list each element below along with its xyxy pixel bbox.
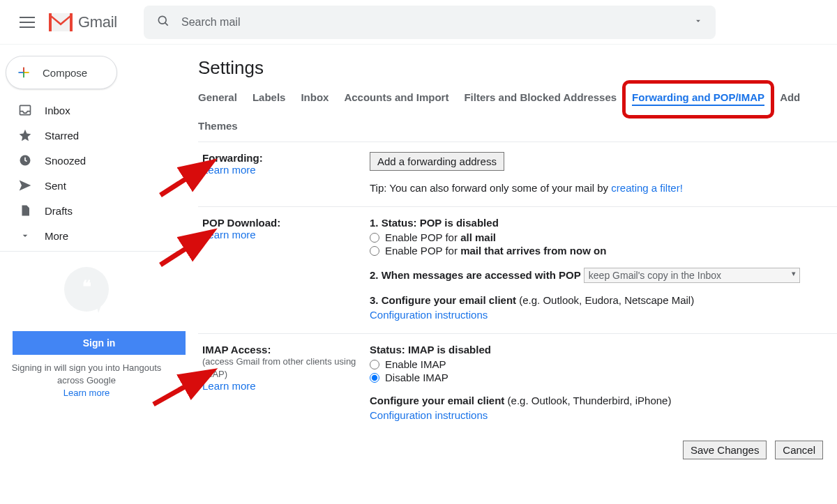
hangouts-text-line1: Signing in will sign you into Hangouts bbox=[12, 362, 162, 373]
cancel-button[interactable]: Cancel bbox=[775, 441, 823, 459]
app-header: Gmail bbox=[0, 0, 837, 45]
search-options-dropdown-icon[interactable] bbox=[686, 9, 710, 35]
imap-title: IMAP Access: bbox=[202, 344, 370, 356]
svg-rect-7 bbox=[19, 72, 23, 73]
compose-label: Compose bbox=[43, 67, 87, 79]
chevron-down-icon bbox=[18, 229, 32, 243]
imap-disable-radio[interactable] bbox=[370, 373, 379, 383]
sidebar-item-inbox[interactable]: Inbox bbox=[0, 98, 179, 123]
forwarding-learn-more-link[interactable]: Learn more bbox=[202, 164, 256, 176]
clock-icon bbox=[18, 153, 32, 167]
pop-configuration-instructions-link[interactable]: Configuration instructions bbox=[370, 309, 488, 321]
tab-accounts-import[interactable]: Accounts and Import bbox=[344, 91, 448, 105]
hangouts-description: Signing in will sign you into Hangouts a… bbox=[4, 362, 169, 400]
imap-enable-option[interactable]: Enable IMAP bbox=[370, 358, 827, 370]
pop-enable-new-mail-radio[interactable] bbox=[370, 246, 379, 256]
pop-status: 1. Status: POP is disabled bbox=[370, 217, 827, 229]
tab-general[interactable]: General bbox=[198, 91, 237, 105]
pop-status-prefix: 1. Status: bbox=[370, 217, 420, 229]
gmail-logo[interactable]: Gmail bbox=[43, 13, 130, 31]
sidebar-item-starred[interactable]: Starred bbox=[0, 123, 179, 148]
pop-action-select[interactable]: keep Gmail's copy in the Inbox bbox=[584, 268, 800, 283]
hangouts-icon: ❝ bbox=[64, 267, 109, 312]
sidebar-item-label: Snoozed bbox=[45, 155, 86, 167]
pop-enable-all-mail-radio[interactable] bbox=[370, 233, 379, 243]
pop-enable-new-mail-option[interactable]: Enable POP for mail that arrives from no… bbox=[370, 245, 827, 257]
pop-opt2-bold: mail that arrives from now on bbox=[460, 245, 606, 257]
svg-point-4 bbox=[158, 16, 166, 24]
imap-enable-radio[interactable] bbox=[370, 360, 379, 369]
left-sidebar: Compose Inbox Starred Snoozed Sent Draft… bbox=[0, 45, 179, 504]
imap-status-value: IMAP is disabled bbox=[408, 344, 491, 356]
sidebar-item-label: Inbox bbox=[45, 105, 70, 116]
pop-status-value: POP is disabled bbox=[420, 217, 499, 229]
add-forwarding-address-button[interactable]: Add a forwarding address bbox=[370, 152, 504, 171]
imap-subtitle: (access Gmail from other clients using I… bbox=[202, 356, 370, 380]
tab-themes[interactable]: Themes bbox=[198, 120, 837, 132]
search-icon[interactable] bbox=[149, 7, 177, 37]
imap-enable-label: Enable IMAP bbox=[385, 358, 446, 370]
settings-tabs: General Labels Inbox Accounts and Import… bbox=[198, 91, 837, 142]
svg-rect-0 bbox=[49, 13, 73, 31]
forwarding-title: Forwarding: bbox=[202, 152, 370, 164]
drafts-icon bbox=[18, 204, 32, 217]
tab-labels[interactable]: Labels bbox=[252, 91, 286, 105]
pop-opt1-bold: all mail bbox=[460, 231, 496, 243]
imap-status: Status: IMAP is disabled bbox=[370, 344, 827, 356]
main-menu-button[interactable] bbox=[11, 13, 43, 31]
search-bar[interactable] bbox=[144, 6, 716, 39]
app-name-text: Gmail bbox=[78, 13, 117, 31]
sidebar-item-drafts[interactable]: Drafts bbox=[0, 198, 179, 223]
imap-configure-prefix: Configure your email client bbox=[370, 395, 508, 406]
inbox-icon bbox=[18, 103, 32, 117]
settings-footer-buttons: Save Changes Cancel bbox=[198, 434, 837, 466]
save-changes-button[interactable]: Save Changes bbox=[683, 441, 767, 459]
section-imap-access: IMAP Access: (access Gmail from other cl… bbox=[198, 334, 837, 434]
imap-configure-client: Configure your email client (e.g. Outloo… bbox=[370, 395, 827, 406]
pop-configure-client: 3. Configure your email client (e.g. Out… bbox=[370, 294, 827, 306]
star-icon bbox=[18, 128, 32, 142]
imap-disable-option[interactable]: Disable IMAP bbox=[370, 372, 827, 383]
sidebar-item-label: Drafts bbox=[45, 205, 73, 217]
pop-learn-more-link[interactable]: Learn more bbox=[202, 229, 256, 240]
imap-configure-example: (e.g. Outlook, Thunderbird, iPhone) bbox=[508, 395, 672, 406]
pop-opt2-text: Enable POP for bbox=[385, 245, 460, 257]
imap-learn-more-link[interactable]: Learn more bbox=[202, 380, 256, 392]
sidebar-item-label: More bbox=[45, 230, 68, 242]
pop-title: POP Download: bbox=[202, 217, 370, 229]
sidebar-item-label: Sent bbox=[45, 180, 66, 192]
search-input[interactable] bbox=[177, 16, 686, 29]
sidebar-item-snoozed[interactable]: Snoozed bbox=[0, 148, 179, 173]
pop-enable-all-mail-option[interactable]: Enable POP for all mail bbox=[370, 231, 827, 243]
tab-addons[interactable]: Add bbox=[780, 91, 800, 105]
imap-status-prefix: Status: bbox=[370, 344, 408, 356]
pop-configure-prefix: 3. Configure your email client bbox=[370, 294, 519, 306]
nav-list: Inbox Starred Snoozed Sent Drafts More bbox=[0, 98, 179, 248]
hangouts-signin-button[interactable]: Sign in bbox=[13, 331, 186, 355]
hangouts-text-line2: across Google bbox=[57, 375, 116, 385]
hangouts-learn-more-link[interactable]: Learn more bbox=[63, 388, 110, 398]
forwarding-tip-text: Tip: You can also forward only some of y… bbox=[370, 182, 611, 194]
compose-button[interactable]: Compose bbox=[6, 56, 117, 89]
gmail-icon bbox=[49, 13, 73, 31]
sidebar-item-label: Starred bbox=[45, 130, 79, 142]
pop-when-accessed: 2. When messages are accessed with POP k… bbox=[370, 268, 827, 283]
main-content: Settings General Labels Inbox Accounts a… bbox=[179, 45, 837, 504]
sidebar-item-sent[interactable]: Sent bbox=[0, 173, 179, 198]
compose-plus-icon bbox=[16, 65, 31, 80]
tab-filters-blocked[interactable]: Filters and Blocked Addresses bbox=[464, 91, 617, 105]
section-pop-download: POP Download: Learn more 1. Status: POP … bbox=[198, 207, 837, 334]
section-forwarding: Forwarding: Learn more Add a forwarding … bbox=[198, 142, 837, 207]
creating-filter-link[interactable]: creating a filter! bbox=[611, 182, 683, 194]
hangouts-panel: ❝ Sign in Signing in will sign you into … bbox=[0, 267, 179, 400]
sidebar-divider bbox=[0, 251, 179, 252]
svg-rect-2 bbox=[49, 13, 52, 31]
sent-icon bbox=[18, 178, 32, 192]
svg-line-5 bbox=[165, 23, 168, 26]
imap-configuration-instructions-link[interactable]: Configuration instructions bbox=[370, 409, 488, 421]
tab-inbox[interactable]: Inbox bbox=[301, 91, 329, 105]
imap-disable-label: Disable IMAP bbox=[385, 372, 448, 383]
sidebar-item-more[interactable]: More bbox=[0, 223, 179, 248]
tab-forwarding-pop-imap[interactable]: Forwarding and POP/IMAP bbox=[632, 91, 764, 106]
svg-rect-8 bbox=[24, 72, 29, 73]
